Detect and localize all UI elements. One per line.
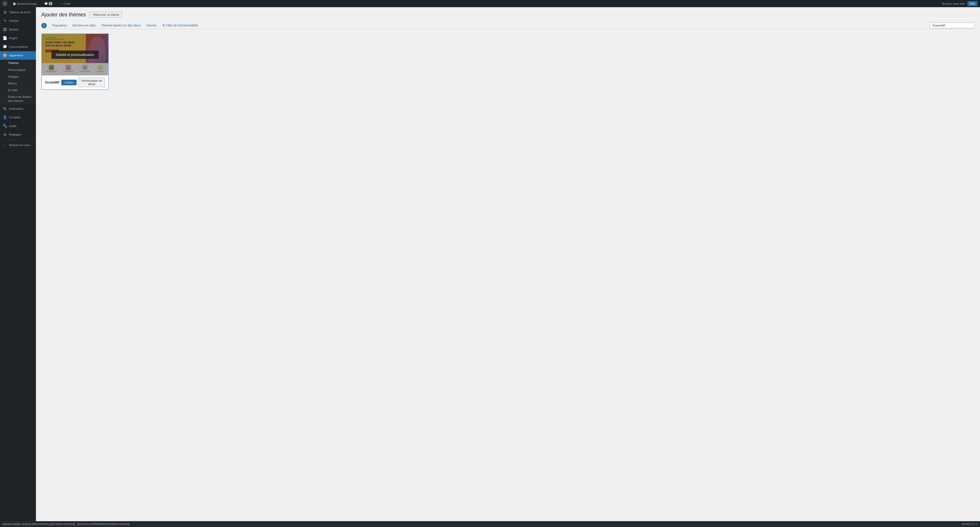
apparence-submenu: Thèmes Personnaliser Widgets Menus En-tê… bbox=[0, 60, 36, 104]
adminbar-comments[interactable]: 💬 0 bbox=[43, 0, 54, 7]
sidebar-label: Commentaires bbox=[9, 45, 28, 49]
sidebar-label: Réglages bbox=[9, 133, 21, 137]
sidebar-sub-label: Menus bbox=[8, 81, 17, 86]
wp-logo-icon: W bbox=[3, 2, 7, 6]
sidebar-item-editeur-fichiers[interactable]: Éditeur de fichiers des thèmes bbox=[0, 94, 36, 104]
adminbar-site-name[interactable]: 🏠 Banana Design bbox=[11, 0, 39, 7]
sidebar-item-articles[interactable]: ✎ Articles bbox=[0, 17, 36, 25]
tab-favoris[interactable]: Favoris bbox=[144, 22, 159, 29]
sidebar-item-outils[interactable]: 🔧 Outils bbox=[0, 122, 36, 130]
sidebar-item-personnaliser[interactable]: Personnaliser bbox=[0, 67, 36, 73]
create-label: Créer bbox=[63, 2, 71, 5]
theme-preview-overlay[interactable]: Détails et prévisualisation bbox=[42, 34, 108, 75]
sidebar-label: Articles bbox=[9, 19, 19, 23]
sidebar: ⊞ Tableau de bord ✎ Articles 🖼 Médias 📄 … bbox=[0, 7, 36, 521]
media-icon: 🖼 bbox=[3, 27, 7, 32]
sidebar-label: Outils bbox=[9, 124, 16, 128]
upload-theme-button[interactable]: Téléverser un thème bbox=[89, 12, 122, 17]
pages-icon: 📄 bbox=[3, 36, 7, 41]
adminbar-logo[interactable]: W bbox=[3, 2, 7, 6]
sidebar-sub-label: Widgets bbox=[8, 75, 19, 79]
sidebar-label: Pages bbox=[9, 36, 17, 40]
sidebar-label: Tableau de bord bbox=[9, 10, 30, 14]
sidebar-item-tableau-de-bord[interactable]: ⊞ Tableau de bord bbox=[0, 8, 36, 17]
dashboard-icon: ⊞ bbox=[3, 10, 7, 15]
site-name-label: Banana Design bbox=[17, 2, 37, 5]
theme-name: OceanWP bbox=[45, 81, 59, 84]
sidebar-item-reglages[interactable]: ⚙ Réglages bbox=[0, 130, 36, 139]
sidebar-item-menus[interactable]: Menus bbox=[0, 80, 36, 87]
theme-card-footer: OceanWP Activer Prévisualiser en direct bbox=[42, 75, 108, 89]
tab-label: Filtre de fonctionnalités bbox=[166, 24, 198, 27]
sidebar-label: Apparence bbox=[9, 53, 23, 57]
collapse-icon: ← bbox=[3, 143, 7, 148]
users-icon: 👤 bbox=[3, 115, 7, 120]
adminbar-right: Bonjour, jane.doe Aide bbox=[942, 1, 977, 6]
settings-icon: ⚙ bbox=[3, 132, 7, 137]
sidebar-sub-label: En-tête bbox=[8, 88, 18, 92]
tab-filtre-fonctionnalites[interactable]: ⚙ Filtre de fonctionnalités bbox=[159, 22, 201, 29]
gear-icon: ⚙ bbox=[162, 24, 165, 27]
sidebar-item-widgets[interactable]: Widgets bbox=[0, 73, 36, 80]
admin-bar: W 🏠 Banana Design 💬 0 ＋ Créer Bonjour, j… bbox=[0, 0, 980, 7]
version-info: Version 6.4.1 bbox=[962, 522, 977, 525]
adminbar-create[interactable]: ＋ Créer bbox=[58, 0, 73, 7]
sidebar-item-comptes[interactable]: 👤 Comptes bbox=[0, 113, 36, 122]
comments-icon: 💬 bbox=[3, 44, 7, 49]
tab-themes-blocs[interactable]: Thèmes basés sur des blocs bbox=[99, 22, 144, 29]
sidebar-item-pages[interactable]: 📄 Pages bbox=[0, 34, 36, 43]
status-url: banana-design.local/wp-admin/themes.php?… bbox=[3, 522, 130, 525]
activate-button[interactable]: Activer bbox=[61, 80, 76, 85]
sidebar-item-extensions[interactable]: 🔌 Extensions bbox=[0, 105, 36, 113]
tab-derniers-date[interactable]: Derniers en date bbox=[70, 22, 99, 29]
preview-button[interactable]: Prévisualiser en direct bbox=[78, 78, 105, 87]
theme-card-oceanwp: Installé Powerful, Beautiful, Simple EVE… bbox=[41, 33, 109, 90]
sidebar-label: Médias bbox=[9, 28, 18, 32]
overlay-label: Détails et prévisualisation bbox=[51, 51, 99, 59]
sidebar-item-medias[interactable]: 🖼 Médias bbox=[0, 25, 36, 34]
sidebar-label: Réduire le menu bbox=[9, 143, 30, 147]
sidebar-item-en-tete[interactable]: En-tête bbox=[0, 87, 36, 94]
results-badge: 1 bbox=[41, 23, 47, 28]
sidebar-sub-label: Éditeur de fichiers des thèmes bbox=[8, 95, 33, 103]
theme-search-input[interactable] bbox=[930, 23, 975, 28]
sidebar-label: Comptes bbox=[9, 115, 21, 119]
appearance-icon: 🎨 bbox=[3, 53, 7, 58]
installed-badge: Installé bbox=[44, 36, 56, 39]
comment-count: 0 bbox=[49, 2, 52, 5]
plus-icon: ＋ bbox=[59, 2, 62, 6]
tab-populaires[interactable]: Populaires bbox=[49, 22, 70, 29]
sidebar-item-commentaires[interactable]: 💬 Commentaires bbox=[0, 43, 36, 51]
greeting-text: Bonjour, jane.doe bbox=[942, 2, 965, 5]
tools-icon: 🔧 bbox=[3, 124, 7, 129]
extensions-icon: 🔌 bbox=[3, 106, 7, 111]
aide-button[interactable]: Aide bbox=[967, 1, 977, 6]
svg-text:W: W bbox=[4, 2, 6, 5]
filter-tabs: 1 Populaires Derniers en date Thèmes bas… bbox=[41, 22, 975, 29]
theme-thumbnail[interactable]: Powerful, Beautiful, Simple EVERYTHING Y… bbox=[42, 34, 108, 75]
sidebar-label: Extensions bbox=[9, 107, 23, 111]
sidebar-item-reduire[interactable]: ← Réduire le menu bbox=[0, 141, 36, 149]
main-content: Ajouter des thèmes Téléverser un thème 1… bbox=[36, 7, 980, 521]
theme-grid: Installé Powerful, Beautiful, Simple EVE… bbox=[41, 33, 975, 90]
home-icon: 🏠 bbox=[13, 2, 16, 5]
sidebar-sub-label: Personnaliser bbox=[8, 68, 26, 72]
articles-icon: ✎ bbox=[3, 18, 7, 23]
sidebar-item-themes[interactable]: Thèmes bbox=[0, 60, 36, 67]
sidebar-sub-label: Thèmes bbox=[8, 61, 19, 65]
status-bar: banana-design.local/wp-admin/themes.php?… bbox=[0, 521, 980, 527]
page-title: Ajouter des thèmes bbox=[41, 12, 86, 18]
sidebar-item-apparence[interactable]: 🎨 Apparence bbox=[0, 51, 36, 60]
page-header: Ajouter des thèmes Téléverser un thème bbox=[41, 12, 975, 18]
comment-icon: 💬 bbox=[44, 2, 48, 5]
